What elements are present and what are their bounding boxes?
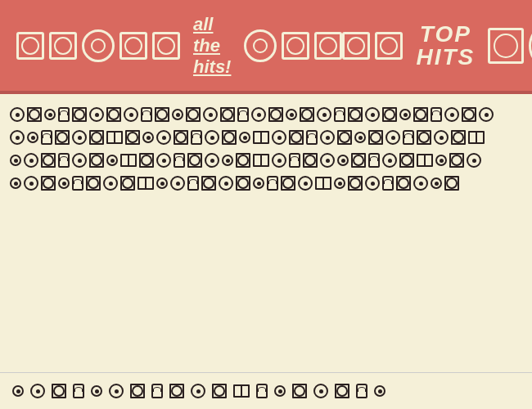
sym-r2-27 — [434, 130, 449, 145]
sym-sleeve-r1-11 — [413, 107, 428, 122]
sym-r4-4 — [58, 178, 70, 189]
sym-r4-1 — [10, 178, 21, 189]
symbol-row-3 — [10, 150, 522, 171]
sym-r2-26 — [417, 130, 431, 145]
sym-sleeve-r1-2 — [72, 107, 87, 122]
footer-sym-2 — [30, 384, 45, 398]
footer-sym-4 — [73, 384, 84, 398]
sym-r3-9 — [139, 153, 154, 168]
sleeve-icon-9 — [488, 28, 524, 64]
sym-r4-9 — [138, 177, 154, 190]
sym-r2-3 — [41, 130, 52, 145]
sym-r3-19 — [303, 153, 318, 168]
sym-r2-25 — [403, 130, 414, 145]
sym-r4-24 — [382, 176, 394, 191]
footer-sym-18 — [356, 384, 367, 398]
sym-sleeve-r1-7 — [268, 107, 283, 122]
sym-r3-7 — [106, 155, 118, 166]
sym-jukebox-r1-1 — [58, 107, 70, 122]
symbol-row-1 — [10, 104, 522, 125]
sym-jukebox-r1-3 — [237, 107, 249, 122]
symbol-grid — [10, 101, 522, 197]
sym-r4-21 — [334, 178, 345, 189]
sym-r3-23 — [368, 153, 380, 168]
sym-r3-21 — [337, 155, 349, 166]
sym-r4-12 — [187, 176, 199, 191]
sym-r2-7 — [106, 131, 123, 144]
footer-sym-16 — [313, 384, 328, 398]
sym-r2-20 — [320, 130, 335, 145]
sym-r2-11 — [174, 130, 188, 145]
sym-r4-13 — [201, 176, 216, 191]
footer-sym-7 — [130, 384, 145, 398]
sleeve-icon-7 — [342, 32, 370, 60]
header-left: all the hits! — [16, 14, 342, 78]
sym-r4-27 — [431, 178, 442, 189]
sym-r2-6 — [89, 130, 104, 145]
page-header: all the hits! TOP HITS — [0, 0, 532, 92]
sym-r3-29 — [467, 153, 481, 168]
footer-sym-3 — [52, 384, 66, 398]
sym-r4-17 — [267, 176, 278, 191]
footer-sym-12 — [233, 384, 250, 398]
sym-r2-19 — [306, 130, 318, 145]
sym-sleeve-r1-4 — [155, 107, 169, 122]
sleeve-icon-1 — [16, 32, 44, 60]
sym-r2-24 — [385, 130, 400, 145]
sym-r3-10 — [156, 153, 171, 168]
sym-r4-20 — [315, 177, 331, 190]
sym-jukebox-r1-5 — [431, 107, 442, 122]
main-content — [0, 94, 532, 372]
sym-jukebox-r1-4 — [334, 107, 345, 122]
sym-r4-25 — [396, 176, 411, 191]
sym-r4-18 — [281, 176, 295, 191]
sym-record-r1-1 — [10, 107, 25, 122]
footer-sym-14 — [274, 385, 286, 397]
sym-r2-17 — [272, 130, 286, 145]
sym-r4-8 — [120, 176, 135, 191]
sleeve-icon-4 — [152, 32, 180, 60]
sym-record-r1-7 — [251, 107, 266, 122]
footer-sym-5 — [91, 385, 102, 397]
sym-r3-1 — [10, 155, 21, 166]
top-hits-title: TOP HITS — [416, 23, 475, 69]
sym-r3-25 — [399, 153, 414, 168]
symbol-row-4 — [10, 173, 522, 194]
sym-sleeve-r1-9 — [348, 107, 363, 122]
footer-sym-10 — [191, 384, 205, 398]
sleeve-icon-3 — [119, 32, 147, 60]
sym-r2-4 — [55, 130, 70, 145]
header-right: TOP HITS — [342, 21, 532, 70]
sym-r4-6 — [86, 176, 101, 191]
sleeve-icon-8 — [375, 32, 403, 60]
footer-sym-9 — [169, 384, 184, 398]
sym-r2-28 — [451, 130, 466, 145]
sym-r4-15 — [236, 176, 250, 191]
sleeve-icon-5 — [282, 32, 309, 60]
record-icon-2 — [244, 29, 277, 62]
sym-r4-11 — [170, 176, 185, 191]
sym-r4-22 — [348, 176, 363, 191]
sym-r3-20 — [320, 153, 335, 168]
sleeve-icon-2 — [49, 32, 77, 60]
sym-r3-22 — [351, 153, 366, 168]
record-icon-3 — [529, 21, 532, 70]
sym-r2-8 — [125, 130, 140, 145]
sym-r2-12 — [191, 130, 202, 145]
sym-record-r1-12 — [444, 107, 459, 122]
footer-sym-13 — [256, 384, 268, 398]
sym-r4-5 — [72, 176, 83, 191]
footer-sym-15 — [292, 384, 307, 398]
sym-r3-18 — [289, 153, 300, 168]
sym-r3-3 — [41, 153, 56, 168]
sym-sleeve-r1-1 — [27, 107, 42, 122]
sym-sleeve-r1-12 — [462, 107, 476, 122]
sym-r4-28 — [444, 176, 459, 191]
symbol-row-2 — [10, 127, 522, 148]
record-icon-1 — [82, 29, 115, 62]
sym-r3-12 — [187, 153, 202, 168]
sym-record-r1-3 — [89, 107, 104, 122]
sym-r3-15 — [236, 153, 250, 168]
sym-jukebox-r1-2 — [141, 107, 152, 122]
sym-r3-17 — [272, 153, 286, 168]
